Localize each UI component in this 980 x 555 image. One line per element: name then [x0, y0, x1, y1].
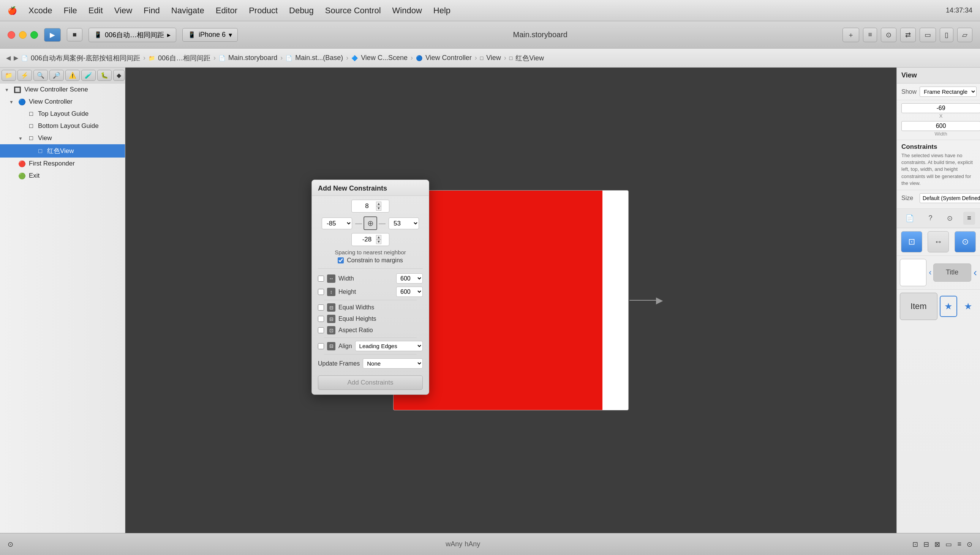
- inspector-file-icon[interactable]: 📄: [902, 212, 918, 225]
- scheme-selector[interactable]: 📱 006自动…相同间距 ▸: [88, 28, 176, 42]
- status-left-icon[interactable]: ⊙: [8, 540, 13, 549]
- status-icon-1[interactable]: ⊡: [913, 540, 918, 549]
- bottom-constraint-input[interactable]: ▲ ▼: [351, 233, 389, 246]
- top-stepper-up[interactable]: ▲: [376, 202, 381, 206]
- height-value-select[interactable]: 600: [396, 287, 423, 297]
- title-nav-btn[interactable]: Title: [933, 263, 971, 282]
- inspector-attribute-icon[interactable]: ≡: [963, 212, 975, 225]
- bottom-value-field[interactable]: [359, 236, 374, 243]
- sidebar-item-top-guide[interactable]: □ Top Layout Guide: [0, 108, 125, 120]
- breadcrumb-project[interactable]: 006自动布局案例-底部按钮相同间距: [31, 53, 140, 63]
- view-toggle-1[interactable]: ≡: [863, 28, 877, 42]
- view-toggle-4[interactable]: ▭: [920, 28, 936, 42]
- menu-source-control[interactable]: Source Control: [325, 6, 381, 16]
- width-value-select[interactable]: 600: [396, 273, 423, 284]
- center-constraint-icon[interactable]: ⊕: [363, 217, 377, 230]
- aspect-ratio-checkbox[interactable]: [318, 327, 324, 333]
- breadcrumb-red-view[interactable]: 红色View: [516, 53, 544, 63]
- align-checkbox[interactable]: [318, 343, 324, 349]
- menu-product[interactable]: Product: [249, 6, 278, 16]
- sidebar-scene-header[interactable]: 🔲 View Controller Scene: [0, 83, 125, 96]
- nav-icon-source[interactable]: ⚡: [18, 70, 32, 81]
- inspector-identity-icon[interactable]: ⊙: [943, 212, 956, 225]
- menu-editor[interactable]: Editor: [216, 6, 238, 16]
- breadcrumb-folder[interactable]: 006自…相同间距: [158, 53, 210, 63]
- view-toggle-5[interactable]: ▯: [940, 28, 953, 42]
- menu-window[interactable]: Window: [392, 6, 422, 16]
- status-icon-3[interactable]: ⊠: [934, 540, 940, 549]
- zoom-button[interactable]: [31, 31, 38, 39]
- nav-icon-find[interactable]: 🔎: [49, 70, 64, 81]
- nav-icon-symbol[interactable]: 🔍: [34, 70, 48, 81]
- stop-button[interactable]: ■: [67, 28, 82, 42]
- nav-forward-icon[interactable]: ▶: [14, 54, 18, 61]
- item-label-btn[interactable]: Item: [900, 293, 937, 320]
- sidebar-item-red-view[interactable]: □ 红色View: [0, 144, 125, 157]
- nav-icon-issue[interactable]: ⚠️: [65, 70, 80, 81]
- top-value-field[interactable]: [359, 202, 374, 210]
- menu-xcode[interactable]: Xcode: [29, 6, 52, 16]
- bottom-stepper-up[interactable]: ▲: [376, 235, 381, 239]
- align-left-btn[interactable]: ⊡: [901, 231, 922, 252]
- menu-navigate[interactable]: Navigate: [171, 6, 204, 16]
- constrain-margins-checkbox[interactable]: [338, 257, 344, 263]
- add-button[interactable]: ＋: [842, 28, 859, 42]
- white-view-btn[interactable]: [900, 259, 927, 286]
- sidebar-item-exit[interactable]: 🟢 Exit: [0, 170, 125, 182]
- nav-icon-folder[interactable]: 📁: [2, 70, 16, 81]
- left-constraint-select[interactable]: -85: [322, 218, 352, 229]
- align-value-select[interactable]: Leading Edges: [355, 341, 423, 351]
- size-select[interactable]: Default (System Defined): [920, 193, 980, 203]
- star-outline-btn[interactable]: ★: [940, 296, 958, 317]
- width-input[interactable]: [901, 121, 980, 131]
- close-button[interactable]: [8, 31, 15, 39]
- breadcrumb-view[interactable]: View: [486, 54, 501, 62]
- bottom-stepper-down[interactable]: ▼: [376, 239, 381, 244]
- status-icon-6[interactable]: ⊙: [967, 540, 972, 549]
- add-constraints-button[interactable]: Add Constraints: [318, 375, 423, 390]
- menu-debug[interactable]: Debug: [289, 6, 314, 16]
- menu-find[interactable]: Find: [144, 6, 160, 16]
- run-button[interactable]: ▶: [44, 28, 61, 42]
- top-constraint-input[interactable]: ▲ ▼: [351, 200, 389, 213]
- width-checkbox[interactable]: [318, 276, 324, 282]
- nav-back-icon[interactable]: ◀: [6, 54, 11, 61]
- menu-edit[interactable]: Edit: [88, 6, 103, 16]
- equal-widths-checkbox[interactable]: [318, 305, 324, 311]
- nav-icon-test[interactable]: 🧪: [81, 70, 96, 81]
- nav-back-btn[interactable]: ‹: [974, 266, 977, 279]
- view-toggle-6[interactable]: ▱: [957, 28, 972, 42]
- inspector-quick-icon[interactable]: ?: [925, 212, 936, 225]
- nav-icon-debug[interactable]: 🐛: [97, 70, 112, 81]
- view-toggle-3[interactable]: ⇄: [900, 28, 916, 42]
- update-frames-select[interactable]: None: [363, 358, 423, 369]
- breadcrumb-vc[interactable]: View Controller: [426, 54, 472, 62]
- show-select[interactable]: Frame Rectangle: [920, 87, 977, 97]
- height-checkbox[interactable]: [318, 289, 324, 295]
- menu-file[interactable]: File: [63, 6, 77, 16]
- device-selector[interactable]: 📱 iPhone 6 ▾: [182, 28, 238, 42]
- top-stepper-down[interactable]: ▼: [376, 206, 381, 211]
- menu-view[interactable]: View: [114, 6, 132, 16]
- align-right-btn[interactable]: ⊙: [954, 231, 976, 252]
- equal-heights-checkbox[interactable]: [318, 316, 324, 322]
- breadcrumb-base[interactable]: Main.st...(Base): [295, 54, 343, 62]
- breadcrumb-scene[interactable]: View C...Scene: [361, 54, 408, 62]
- status-icon-5[interactable]: ≡: [957, 540, 961, 549]
- sidebar-item-view[interactable]: □ View: [0, 132, 125, 144]
- star-filled-btn[interactable]: ★: [959, 296, 977, 317]
- apple-menu[interactable]: 🍎: [8, 6, 17, 15]
- sidebar-item-vc[interactable]: 🔵 View Controller: [0, 96, 125, 108]
- status-icon-2[interactable]: ⊟: [924, 540, 929, 549]
- breadcrumb-storyboard[interactable]: Main.storyboard: [228, 54, 277, 62]
- view-toggle-2[interactable]: ⊙: [881, 28, 896, 42]
- right-constraint-select[interactable]: 53: [389, 218, 419, 229]
- menu-help[interactable]: Help: [434, 6, 450, 16]
- x-input[interactable]: [901, 103, 980, 113]
- sidebar-item-first-responder[interactable]: 🔴 First Responder: [0, 157, 125, 170]
- align-center-btn[interactable]: ↔: [928, 231, 949, 252]
- minimize-button[interactable]: [19, 31, 27, 39]
- nav-icon-breakpoint[interactable]: ◆: [113, 70, 125, 81]
- status-icon-4[interactable]: ▭: [945, 540, 952, 549]
- sidebar-item-bottom-guide[interactable]: □ Bottom Layout Guide: [0, 120, 125, 132]
